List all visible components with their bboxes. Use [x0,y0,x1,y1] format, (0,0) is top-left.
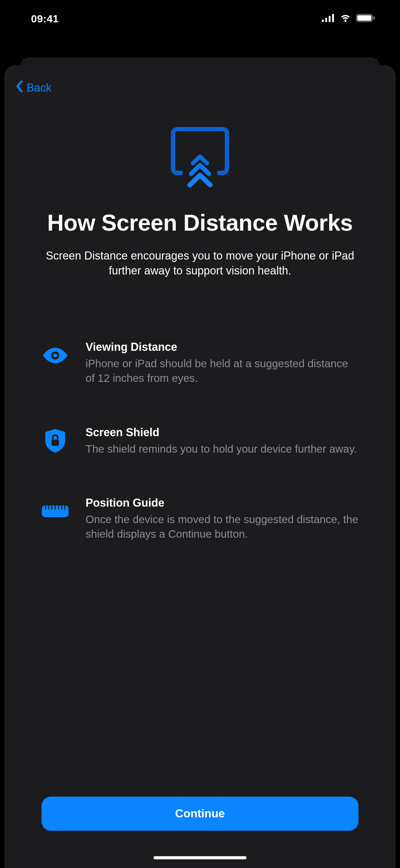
svg-rect-6 [357,15,371,21]
svg-rect-3 [332,14,334,22]
feature-row-screen-shield: Screen Shield The shield reminds you to … [41,426,359,456]
feature-list: Viewing Distance iPhone or iPad should b… [4,278,396,582]
home-indicator[interactable] [154,856,246,859]
svg-rect-0 [322,20,324,22]
hero-section: How Screen Distance Works Screen Distanc… [4,101,396,278]
shield-lock-icon [41,427,69,455]
feature-text: Screen Shield The shield reminds you to … [86,426,359,456]
svg-point-9 [53,353,57,357]
svg-rect-1 [325,18,327,22]
status-bar: 09:41 [0,0,400,37]
feature-title: Position Guide [86,496,359,509]
status-icons [322,14,375,24]
feature-row-position-guide: Position Guide Once the device is moved … [41,496,359,541]
battery-icon [356,14,375,24]
continue-button[interactable]: Continue [41,797,359,831]
wifi-icon [339,14,352,24]
content-area: How Screen Distance Works Screen Distanc… [4,101,396,868]
modal-sheet: Back How Screen Distance Works Screen Di… [4,65,396,868]
feature-title: Viewing Distance [86,341,359,353]
chevron-left-icon [15,80,23,95]
feature-title: Screen Shield [86,426,359,439]
feature-text: Position Guide Once the device is moved … [86,496,359,541]
back-label: Back [27,81,52,94]
status-time: 09:41 [31,13,59,25]
page-subtitle: Screen Distance encourages you to move y… [29,248,371,278]
back-button[interactable]: Back [15,80,52,95]
svg-point-4 [344,20,346,22]
cellular-signal-icon [322,14,335,23]
feature-description: Once the device is moved to the suggeste… [86,512,359,541]
svg-rect-7 [373,17,374,20]
ruler-icon [41,498,69,525]
page-title: How Screen Distance Works [29,210,371,236]
svg-rect-10 [52,440,59,446]
feature-text: Viewing Distance iPhone or iPad should b… [86,341,359,385]
feature-description: The shield reminds you to hold your devi… [86,441,359,456]
feature-row-viewing-distance: Viewing Distance iPhone or iPad should b… [41,341,359,385]
nav-bar: Back [4,65,396,101]
svg-rect-2 [329,16,331,22]
screen-distance-hero-icon [167,126,233,188]
eye-icon [41,342,69,369]
feature-description: iPhone or iPad should be held at a sugge… [86,356,359,385]
